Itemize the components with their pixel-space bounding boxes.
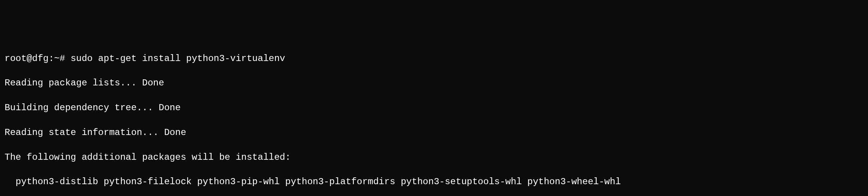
command-line: root@dfg:~# sudo apt-get install python3… [5,53,863,65]
shell-prompt: root@dfg:~# [5,53,71,64]
output-reading-state: Reading state information... Done [5,127,863,139]
output-building-dependency: Building dependency tree... Done [5,102,863,114]
output-additional-header: The following additional packages will b… [5,151,863,164]
output-additional-packages: python3-distlib python3-filelock python3… [5,176,863,188]
output-reading-packages: Reading package lists... Done [5,77,863,89]
typed-command: sudo apt-get install python3-virtualenv [71,53,285,64]
